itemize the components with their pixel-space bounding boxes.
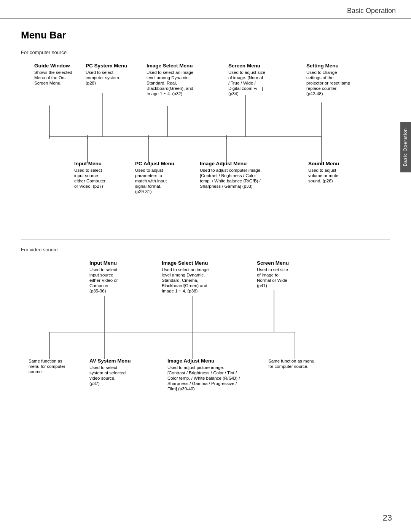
video-connector-svg: Input Menu Used to select input source e… [21,258,386,441]
side-tab: Basic Operation [400,122,411,172]
svg-text:Used to adjust computer image.: Used to adjust computer image. [200,168,261,173]
svg-text:video source.: video source. [89,376,115,380]
computer-source-diagram: Input Menu Used to select input source e… [21,61,390,224]
svg-text:projector or reset  lamp: projector or reset lamp [306,81,350,85]
svg-text:Used to adjust size: Used to adjust size [228,70,265,75]
svg-text:Menu of the On-: Menu of the On- [34,75,66,80]
svg-text:source.: source. [29,369,43,374]
svg-text:Input Menu: Input Menu [89,260,117,266]
svg-text:input source: input source [89,273,113,277]
svg-text:temp. /  White balance (R/G/B): temp. / White balance (R/G/B) / [200,179,261,183]
svg-text:or Video.  (p27): or Video. (p27) [74,184,103,189]
svg-text:Same function as: Same function as [29,359,62,363]
svg-text:computer system.: computer system. [86,75,120,80]
svg-text:(p42-48): (p42-48) [306,91,323,96]
svg-text:sound.  (p26): sound. (p26) [308,179,333,183]
svg-text:Color temp. / White balance (R: Color temp. / White balance (R/G/B) / [167,376,240,380]
video-source-diagram: Input Menu Used to select input source e… [21,258,390,441]
svg-text:Digital zoom +/—]: Digital zoom +/—] [228,86,263,91]
svg-text:Standard, Cinema,: Standard, Cinema, [162,278,198,283]
computer-source-label: For computer source [21,50,390,55]
svg-text:match with input: match with input [135,179,167,183]
svg-text:(p29-31): (p29-31) [135,189,152,194]
svg-text:Image 1 ~ 4.  (p32): Image 1 ~ 4. (p32) [147,91,182,96]
svg-text:Same function as menu: Same function as menu [268,359,314,363]
svg-text:Used to set size: Used to set size [257,267,288,272]
svg-text:(p35-36): (p35-36) [89,289,106,293]
video-source-label: For video source [21,247,390,252]
svg-text:of image. [Normal: of image. [Normal [228,75,263,80]
computer-connector-svg: Input Menu Used to select input source e… [21,61,386,224]
section-separator [21,240,390,240]
svg-text:Used to adjust: Used to adjust [308,168,336,173]
svg-text:menu for computer: menu for computer [29,364,65,369]
svg-text:Used to select an image: Used to select an image [162,267,209,272]
svg-text:Computer.: Computer. [89,283,110,288]
svg-text:Standard, Real,: Standard, Real, [147,81,177,85]
svg-text:Image Select Menu: Image Select Menu [147,63,193,69]
svg-text:volume or mute: volume or mute [308,173,338,178]
svg-text:Image 1 ~ 4.  (p38): Image 1 ~ 4. (p38) [162,289,198,293]
svg-text:Used to select: Used to select [89,267,118,272]
svg-text:Used to adjust picture image.: Used to adjust picture image. [167,365,224,370]
svg-text:Used to select: Used to select [74,168,102,173]
svg-text:Used to select: Used to select [86,70,114,75]
svg-text:PC Adjust Menu: PC Adjust Menu [135,161,174,166]
svg-text:system of selected: system of selected [89,371,126,375]
svg-text:Sound Menu: Sound Menu [308,161,339,166]
svg-text:replace counter.: replace counter. [306,86,338,91]
svg-text:signal format.: signal format. [135,184,161,189]
svg-text:/ True / Wide /: / True / Wide / [228,81,256,85]
svg-text:Sharpness / Gamma]  (p33): Sharpness / Gamma] (p33) [200,184,253,189]
svg-text:for computer source.: for computer source. [268,364,308,369]
svg-text:parameters to: parameters to [135,173,162,178]
svg-text:Screen Menu: Screen Menu [257,260,289,266]
page-number: 23 [383,513,392,523]
svg-text:of image to: of image to [257,273,279,277]
svg-text:Input Menu: Input Menu [74,161,102,166]
svg-text:input source: input source [74,173,98,178]
svg-text:Sharpness / Gamma / Progressiv: Sharpness / Gamma / Progressive / [167,381,237,386]
svg-text:(p34): (p34) [228,91,239,96]
svg-text:Setting Menu: Setting Menu [306,63,339,69]
svg-text:either Video or: either Video or [89,278,118,283]
svg-text:Blackboard(Green) and: Blackboard(Green) and [162,283,207,288]
svg-text:Film]  (p39-40): Film] (p39-40) [167,387,195,391]
svg-text:[Contrast / Brightness / Color: [Contrast / Brightness / Color [200,173,256,178]
svg-text:Blackboard(Green), and: Blackboard(Green), and [147,86,193,91]
svg-text:Image Adjust Menu: Image Adjust Menu [167,358,214,364]
svg-text:Used to select  an image: Used to select an image [147,70,193,75]
svg-text:Shows the selected: Shows the selected [34,70,72,75]
svg-text:level among Dynamic,: level among Dynamic, [147,75,190,80]
svg-text:Image Adjust Menu: Image Adjust Menu [200,161,247,166]
main-content: Menu Bar For computer source [0,19,411,479]
svg-text:Screen Menu.: Screen Menu. [34,81,62,85]
page-header: Basic Operation [0,0,411,19]
svg-text:Used to select: Used to select [89,365,118,370]
svg-text:(p41): (p41) [257,283,267,288]
svg-text:level among Dynamic,: level among Dynamic, [162,273,205,277]
svg-text:either Computer: either Computer [74,179,106,183]
svg-text:AV System Menu: AV System Menu [89,358,131,364]
svg-text:settings of the: settings of the [306,75,334,80]
svg-text:Screen Menu: Screen Menu [228,63,260,69]
header-title: Basic Operation [347,7,396,15]
svg-text:Used to adjust: Used to adjust [135,168,163,173]
svg-text:Used to change: Used to change [306,70,337,75]
page-title: Menu Bar [21,29,390,41]
svg-text:Guide Window: Guide Window [34,63,70,69]
svg-text:(p28): (p28) [86,81,96,85]
svg-text:PC System Menu: PC System Menu [86,63,127,69]
svg-text:[Contrast / Brightness / Color: [Contrast / Brightness / Color / Tint / [167,371,237,375]
svg-text:(p37): (p37) [89,381,100,386]
svg-text:Image Select Menu: Image Select Menu [162,260,208,266]
svg-text:Normal or Wide.: Normal or Wide. [257,278,288,283]
